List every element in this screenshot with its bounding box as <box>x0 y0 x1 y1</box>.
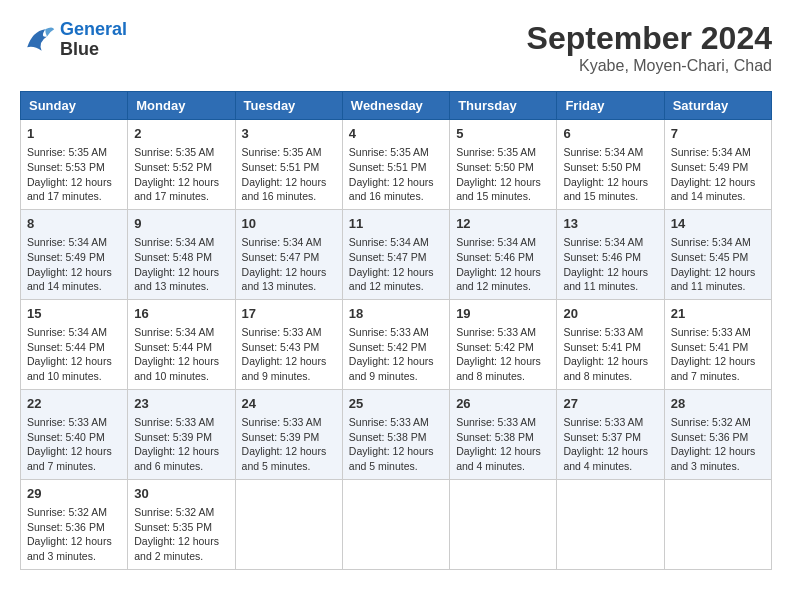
sunrise-label: Sunrise: 5:33 AM <box>242 416 322 428</box>
calendar-cell: 24Sunrise: 5:33 AMSunset: 5:39 PMDayligh… <box>235 389 342 479</box>
sunset-label: Sunset: 5:49 PM <box>671 161 749 173</box>
calendar-cell: 26Sunrise: 5:33 AMSunset: 5:38 PMDayligh… <box>450 389 557 479</box>
sunset-label: Sunset: 5:42 PM <box>349 341 427 353</box>
header-saturday: Saturday <box>664 92 771 120</box>
calendar-cell: 18Sunrise: 5:33 AMSunset: 5:42 PMDayligh… <box>342 299 449 389</box>
calendar-cell: 19Sunrise: 5:33 AMSunset: 5:42 PMDayligh… <box>450 299 557 389</box>
header-wednesday: Wednesday <box>342 92 449 120</box>
location-title: Kyabe, Moyen-Chari, Chad <box>527 57 772 75</box>
calendar-cell: 4Sunrise: 5:35 AMSunset: 5:51 PMDaylight… <box>342 120 449 210</box>
sunset-label: Sunset: 5:42 PM <box>456 341 534 353</box>
sunset-label: Sunset: 5:53 PM <box>27 161 105 173</box>
calendar-cell: 28Sunrise: 5:32 AMSunset: 5:36 PMDayligh… <box>664 389 771 479</box>
sunset-label: Sunset: 5:35 PM <box>134 521 212 533</box>
calendar-cell: 3Sunrise: 5:35 AMSunset: 5:51 PMDaylight… <box>235 120 342 210</box>
day-number: 15 <box>27 305 121 323</box>
weekday-header-row: Sunday Monday Tuesday Wednesday Thursday… <box>21 92 772 120</box>
sunrise-label: Sunrise: 5:32 AM <box>27 506 107 518</box>
header-sunday: Sunday <box>21 92 128 120</box>
daylight-label: Daylight: 12 hours and 13 minutes. <box>134 266 219 293</box>
header-monday: Monday <box>128 92 235 120</box>
day-number: 24 <box>242 395 336 413</box>
header-friday: Friday <box>557 92 664 120</box>
sunrise-label: Sunrise: 5:34 AM <box>27 326 107 338</box>
calendar-cell <box>450 479 557 569</box>
day-number: 20 <box>563 305 657 323</box>
sunset-label: Sunset: 5:41 PM <box>671 341 749 353</box>
header-tuesday: Tuesday <box>235 92 342 120</box>
day-number: 21 <box>671 305 765 323</box>
day-number: 16 <box>134 305 228 323</box>
sunrise-label: Sunrise: 5:34 AM <box>671 146 751 158</box>
sunset-label: Sunset: 5:43 PM <box>242 341 320 353</box>
sunrise-label: Sunrise: 5:34 AM <box>456 236 536 248</box>
sunset-label: Sunset: 5:47 PM <box>242 251 320 263</box>
sunrise-label: Sunrise: 5:35 AM <box>242 146 322 158</box>
calendar-cell <box>664 479 771 569</box>
sunset-label: Sunset: 5:36 PM <box>27 521 105 533</box>
sunrise-label: Sunrise: 5:33 AM <box>242 326 322 338</box>
day-number: 18 <box>349 305 443 323</box>
sunrise-label: Sunrise: 5:34 AM <box>27 236 107 248</box>
sunset-label: Sunset: 5:36 PM <box>671 431 749 443</box>
sunrise-label: Sunrise: 5:34 AM <box>563 236 643 248</box>
day-number: 10 <box>242 215 336 233</box>
daylight-label: Daylight: 12 hours and 12 minutes. <box>456 266 541 293</box>
calendar-cell: 15Sunrise: 5:34 AMSunset: 5:44 PMDayligh… <box>21 299 128 389</box>
sunset-label: Sunset: 5:38 PM <box>349 431 427 443</box>
daylight-label: Daylight: 12 hours and 13 minutes. <box>242 266 327 293</box>
logo-icon <box>20 22 56 58</box>
day-number: 17 <box>242 305 336 323</box>
sunset-label: Sunset: 5:38 PM <box>456 431 534 443</box>
daylight-label: Daylight: 12 hours and 4 minutes. <box>563 445 648 472</box>
sunset-label: Sunset: 5:52 PM <box>134 161 212 173</box>
sunrise-label: Sunrise: 5:33 AM <box>349 326 429 338</box>
sunset-label: Sunset: 5:48 PM <box>134 251 212 263</box>
day-number: 27 <box>563 395 657 413</box>
calendar-cell: 23Sunrise: 5:33 AMSunset: 5:39 PMDayligh… <box>128 389 235 479</box>
day-number: 13 <box>563 215 657 233</box>
calendar-cell: 22Sunrise: 5:33 AMSunset: 5:40 PMDayligh… <box>21 389 128 479</box>
month-title: September 2024 <box>527 20 772 57</box>
calendar-cell: 27Sunrise: 5:33 AMSunset: 5:37 PMDayligh… <box>557 389 664 479</box>
sunset-label: Sunset: 5:51 PM <box>242 161 320 173</box>
day-number: 4 <box>349 125 443 143</box>
calendar-cell: 7Sunrise: 5:34 AMSunset: 5:49 PMDaylight… <box>664 120 771 210</box>
daylight-label: Daylight: 12 hours and 6 minutes. <box>134 445 219 472</box>
calendar-cell: 16Sunrise: 5:34 AMSunset: 5:44 PMDayligh… <box>128 299 235 389</box>
calendar-table: Sunday Monday Tuesday Wednesday Thursday… <box>20 91 772 570</box>
day-number: 22 <box>27 395 121 413</box>
daylight-label: Daylight: 12 hours and 15 minutes. <box>456 176 541 203</box>
week-row-1: 8Sunrise: 5:34 AMSunset: 5:49 PMDaylight… <box>21 209 772 299</box>
sunrise-label: Sunrise: 5:34 AM <box>134 326 214 338</box>
daylight-label: Daylight: 12 hours and 5 minutes. <box>242 445 327 472</box>
calendar-cell: 10Sunrise: 5:34 AMSunset: 5:47 PMDayligh… <box>235 209 342 299</box>
daylight-label: Daylight: 12 hours and 16 minutes. <box>242 176 327 203</box>
calendar-cell: 2Sunrise: 5:35 AMSunset: 5:52 PMDaylight… <box>128 120 235 210</box>
calendar-cell: 30Sunrise: 5:32 AMSunset: 5:35 PMDayligh… <box>128 479 235 569</box>
daylight-label: Daylight: 12 hours and 14 minutes. <box>27 266 112 293</box>
daylight-label: Daylight: 12 hours and 2 minutes. <box>134 535 219 562</box>
calendar-cell: 29Sunrise: 5:32 AMSunset: 5:36 PMDayligh… <box>21 479 128 569</box>
sunrise-label: Sunrise: 5:32 AM <box>671 416 751 428</box>
logo: General Blue <box>20 20 127 60</box>
logo-line1: General <box>60 19 127 39</box>
logo-text: General Blue <box>60 20 127 60</box>
sunrise-label: Sunrise: 5:33 AM <box>27 416 107 428</box>
calendar-cell: 17Sunrise: 5:33 AMSunset: 5:43 PMDayligh… <box>235 299 342 389</box>
day-number: 8 <box>27 215 121 233</box>
daylight-label: Daylight: 12 hours and 7 minutes. <box>27 445 112 472</box>
day-number: 25 <box>349 395 443 413</box>
sunset-label: Sunset: 5:40 PM <box>27 431 105 443</box>
day-number: 6 <box>563 125 657 143</box>
calendar-cell: 5Sunrise: 5:35 AMSunset: 5:50 PMDaylight… <box>450 120 557 210</box>
sunrise-label: Sunrise: 5:35 AM <box>134 146 214 158</box>
page-header: General Blue September 2024 Kyabe, Moyen… <box>20 20 772 75</box>
day-number: 26 <box>456 395 550 413</box>
sunrise-label: Sunrise: 5:34 AM <box>242 236 322 248</box>
sunrise-label: Sunrise: 5:33 AM <box>134 416 214 428</box>
calendar-cell: 12Sunrise: 5:34 AMSunset: 5:46 PMDayligh… <box>450 209 557 299</box>
sunrise-label: Sunrise: 5:35 AM <box>27 146 107 158</box>
calendar-cell: 1Sunrise: 5:35 AMSunset: 5:53 PMDaylight… <box>21 120 128 210</box>
day-number: 2 <box>134 125 228 143</box>
